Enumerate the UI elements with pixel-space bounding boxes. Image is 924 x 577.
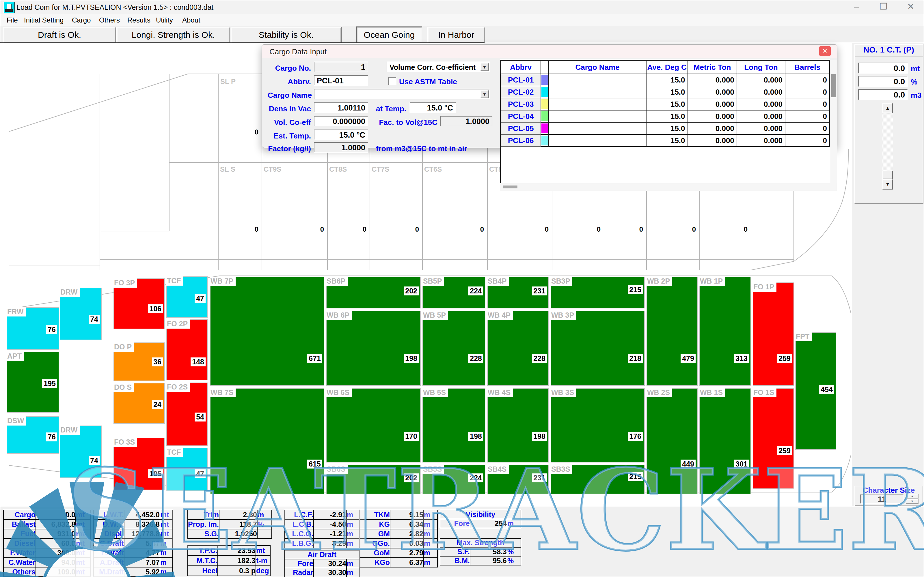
window-title: Load Com for M.T.PVTSEALION <Version 1.5… (16, 3, 213, 11)
tank-wb6p[interactable]: WB 6P198 (326, 311, 421, 386)
cargo-abbrv-button[interactable]: PCL-05 (501, 122, 541, 134)
tank-volume-field[interactable]: 0.0 (858, 89, 908, 100)
tank-sb6s[interactable]: SB6S202 (326, 465, 421, 494)
cargo-table-header: Metric Ton (688, 61, 737, 74)
tank-apt[interactable]: APT195 (6, 352, 59, 413)
cargo-abbrv-button[interactable]: PCL-04 (501, 110, 541, 122)
tank-label: APT (6, 352, 24, 361)
cargo-table-vscrollbar[interactable] (830, 60, 837, 183)
table-row: TKM9.15m (360, 510, 438, 520)
at-temp-field[interactable]: 15.0 °C (410, 102, 456, 113)
tank-frw[interactable]: FRW76 (6, 307, 59, 350)
tank-wb5s[interactable]: WB 5S198 (422, 388, 485, 463)
tank-sb6p[interactable]: SB6P202 (326, 277, 421, 308)
chevron-down-icon[interactable]: ▼ (480, 63, 489, 71)
restore-button[interactable]: ❐ (870, 0, 897, 14)
tank-sb3s[interactable]: SB3S215 (551, 465, 645, 494)
resize-grip-icon[interactable]: ∷ (824, 141, 829, 146)
tank-fo3p[interactable]: FO 3P106 (113, 279, 165, 329)
est-temp-field[interactable]: 15.0 °C (314, 129, 368, 140)
in-harbor-button[interactable]: In Harbor (427, 27, 485, 43)
minimize-button[interactable]: – (843, 0, 870, 14)
draft-status-button[interactable]: Draft is Ok. (3, 27, 116, 43)
tank-fo2p[interactable]: FO 2P148 (166, 319, 208, 380)
tank-fo3s[interactable]: FO 3S105 (113, 438, 165, 490)
tank-tcfb[interactable]: TCF47 (166, 448, 208, 491)
tank-wb6s[interactable]: WB 6S170 (326, 388, 421, 463)
menu-item-cargo[interactable]: Cargo (70, 16, 92, 25)
scrollbar-track[interactable] (882, 113, 893, 179)
char-size-up-button[interactable]: ▲ (906, 494, 919, 498)
volume-corr-combo[interactable]: Volume Corr. Co-efficient ▼ (387, 62, 490, 72)
tank-sb4s[interactable]: SB4S231 (487, 465, 549, 494)
tank-wb5p[interactable]: WB 5P228 (422, 311, 485, 386)
cargo-name-combo[interactable]: ▼ (314, 89, 490, 99)
cargo-cell-metric: 0.000 (688, 134, 737, 147)
tank-fo1s[interactable]: FO 1S259 (753, 388, 794, 489)
tank-drwa[interactable]: DRW74 (60, 288, 102, 340)
dens-field[interactable]: 1.00110 (314, 102, 368, 113)
scroll-up-button[interactable]: ▲ (882, 103, 893, 113)
character-size-field[interactable]: 11 (860, 495, 903, 504)
menu-item-initial-setting[interactable]: Initial Setting (22, 16, 65, 25)
cargo-abbrv-button[interactable]: PCL-02 (501, 86, 541, 98)
use-astm-checkbox[interactable] (388, 77, 396, 85)
tank-fo2s[interactable]: FO 2S54 (166, 382, 208, 446)
row-label: S.F. (440, 547, 470, 556)
menu-item-utility[interactable]: Utility (154, 16, 175, 25)
tank-sb3p[interactable]: SB3P215 (551, 277, 645, 308)
tank-wb7p[interactable]: WB 7P671 (210, 277, 324, 386)
menu-item-about[interactable]: About (181, 16, 202, 25)
tank-wb3s[interactable]: WB 3S176 (551, 388, 645, 463)
vol-coeff-field[interactable]: 0.000000 (314, 116, 368, 126)
upper-cell-value: 0 (684, 225, 696, 234)
longi-strength-button[interactable]: Longi. Strength is Ok. (116, 27, 230, 43)
row-unit: mt (160, 520, 173, 529)
scroll-down-button[interactable]: ▼ (882, 179, 893, 190)
stability-status-button[interactable]: Stability is Ok. (231, 27, 342, 43)
tank-value: 454 (819, 385, 834, 394)
ocean-going-button[interactable]: Ocean Going (356, 27, 422, 43)
row-value: -1.21 (313, 529, 347, 538)
tank-wb2s[interactable]: WB 2S449 (646, 388, 698, 494)
tank-wb1s[interactable]: WB 1S301 (699, 388, 751, 494)
tank-wb2p[interactable]: WB 2P479 (646, 277, 698, 386)
tank-dos[interactable]: DO S24 (113, 383, 165, 424)
tank-sb5s[interactable]: SB5S224 (422, 465, 485, 494)
char-size-down-button[interactable]: ▼ (906, 499, 919, 504)
cargo-cell-deg: 15.0 (646, 86, 688, 98)
tank-wb7s[interactable]: WB 7S615 (210, 388, 324, 494)
dialog-title-bar[interactable]: Cargo Data Input (262, 45, 837, 58)
menu-item-file[interactable]: File (5, 16, 19, 25)
tank-sb4p[interactable]: SB4P231 (487, 277, 549, 308)
tank-dop[interactable]: DO P36 (113, 342, 165, 381)
abbrv-field[interactable]: PCL-01 (314, 75, 368, 86)
tank-drwb[interactable]: DRW74 (60, 425, 102, 478)
cargo-table-row: PCL-0415.00.0000.0000 (501, 110, 830, 122)
tank-weight-unit: mt (911, 64, 920, 73)
scrollbar-thumb[interactable] (882, 171, 893, 179)
tank-wb4p[interactable]: WB 4P228 (487, 311, 549, 386)
chevron-down-icon[interactable]: ▼ (480, 90, 489, 98)
close-button[interactable]: ✕ (897, 0, 924, 14)
cargo-table-hscrollbar[interactable] (500, 183, 837, 191)
tank-fo1p[interactable]: FO 1P259 (753, 282, 794, 386)
tank-fpt[interactable]: FPT454 (795, 332, 836, 450)
cargo-abbrv-button[interactable]: PCL-03 (501, 98, 541, 110)
tank-tcfa[interactable]: TCF47 (166, 276, 208, 318)
tank-sb5p[interactable]: SB5P224 (422, 277, 485, 308)
cargo-abbrv-button[interactable]: PCL-06 (501, 134, 541, 147)
tank-dsw[interactable]: DSW76 (6, 416, 59, 454)
tank-weight-field[interactable]: 0.0 (858, 63, 908, 74)
menu-item-others[interactable]: Others (97, 16, 121, 25)
cargo-cell-long: 0.000 (737, 122, 785, 134)
cargo-cell-barrels: 0 (785, 110, 830, 122)
dialog-close-icon[interactable]: ✕ (819, 46, 831, 56)
tank-percent-field[interactable]: 0.0 (858, 76, 908, 87)
cargo-abbrv-button[interactable]: PCL-01 (501, 74, 541, 86)
row-unit: % (257, 520, 272, 529)
tank-wb4s[interactable]: WB 4S198 (487, 388, 549, 463)
tank-wb1p[interactable]: WB 1P313 (699, 277, 751, 386)
tank-wb3p[interactable]: WB 3P218 (551, 311, 645, 386)
menu-item-results[interactable]: Results (126, 16, 152, 25)
